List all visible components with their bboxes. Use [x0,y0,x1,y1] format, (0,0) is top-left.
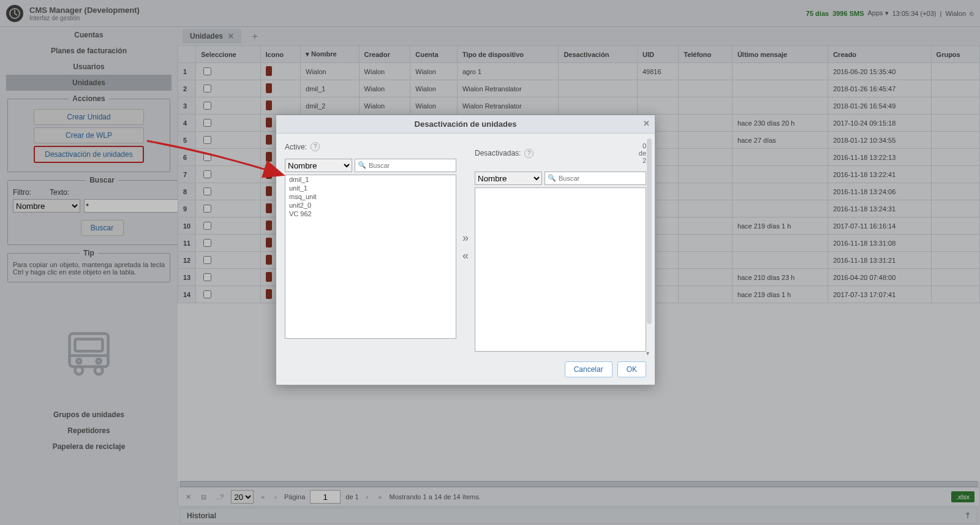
search-icon: 🔍 [548,174,556,182]
list-item[interactable]: unit_1 [285,184,456,192]
ok-button[interactable]: OK [617,361,646,377]
deactivated-label: Desactivadas: [475,149,521,157]
dialog-scrollbar[interactable]: ▾ [646,138,652,357]
deact-filter-select[interactable]: Nombre [475,172,542,185]
mover-buttons: » « [462,142,469,352]
move-right-icon[interactable]: » [462,232,469,244]
list-item[interactable]: VC 962 [285,210,456,218]
list-item[interactable]: msq_unit [285,192,456,201]
cancel-button[interactable]: Cancelar [565,361,612,377]
list-item[interactable]: dmil_1 [285,175,456,184]
dialog-title: Desactivación de unidades ✕ [276,115,655,134]
deactivated-listbox[interactable] [475,187,646,352]
move-left-icon[interactable]: « [462,249,469,262]
active-listbox[interactable]: dmil_1unit_1msq_unitunit2_0VC 962 [285,175,456,339]
help-icon[interactable]: ? [524,149,533,158]
help-icon[interactable]: ? [311,142,320,151]
counter: 0 de 2 [639,142,646,164]
active-label: Active: [285,143,307,151]
deact-search-input[interactable] [545,172,646,185]
active-search-input[interactable] [355,159,456,172]
list-item[interactable]: unit2_0 [285,201,456,210]
search-icon: 🔍 [358,161,366,169]
active-filter-select[interactable]: Nombre [285,159,352,172]
dialog-close-icon[interactable]: ✕ [643,119,650,128]
active-panel: Active: ? Nombre 🔍 dmil_1unit_1msq_unitu… [285,142,456,352]
deactivated-panel: Desactivadas: ? 0 de 2 Nombre 🔍 [475,142,646,352]
deactivate-dialog: Desactivación de unidades ✕ Active: ? No… [276,115,655,385]
